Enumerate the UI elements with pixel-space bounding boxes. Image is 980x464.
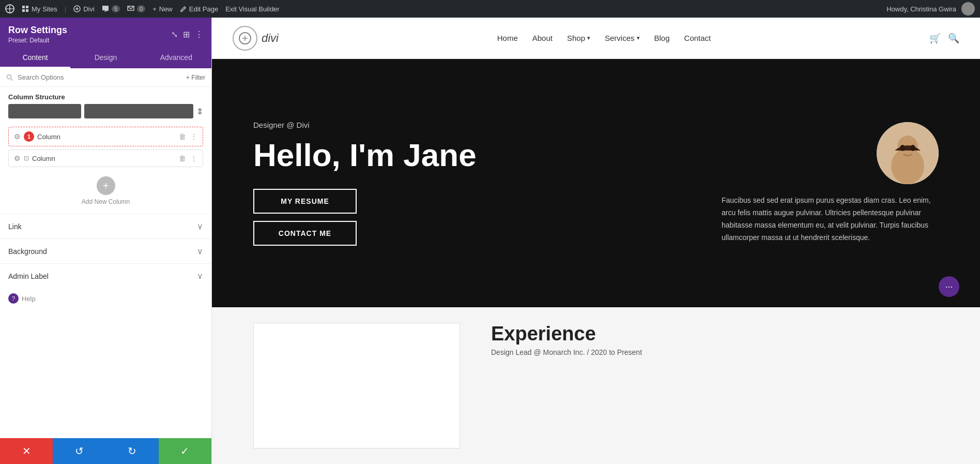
tab-design[interactable]: Design (70, 48, 141, 68)
tab-content[interactable]: Content (0, 48, 70, 68)
add-col-icon: + (97, 176, 115, 195)
shop-dropdown-arrow: ▾ (587, 35, 590, 41)
hero-buttons: MY RESUME CONTACT ME (253, 189, 357, 246)
nav-contact[interactable]: Contact (684, 34, 711, 42)
floating-dots-button[interactable]: ··· (939, 276, 959, 297)
hero-left: Designer @ Divi Hello, I'm Jane MY RESUM… (253, 121, 691, 245)
module-icon-2[interactable]: ⊡ (24, 155, 29, 162)
nav-home[interactable]: Home (497, 34, 518, 42)
column-list: ⚙ 1 Column 🗑 ⋮ ⚙ ⊡ Column 🗑 ⋮ (0, 125, 211, 172)
column-structure-label: Column Structure (0, 87, 211, 104)
svg-point-12 (910, 145, 915, 151)
experience-title: Experience (491, 323, 939, 345)
admin-label-header[interactable]: Admin Label ∨ (0, 264, 211, 288)
background-section: Background ∨ (0, 238, 211, 263)
background-header[interactable]: Background ∨ (0, 239, 211, 263)
svg-point-11 (900, 145, 905, 151)
more-col-2[interactable]: ⋮ (190, 154, 197, 162)
svg-rect-4 (26, 9, 28, 12)
column-picker[interactable]: ⇕ (8, 104, 203, 118)
site-header: divi Home About Shop▾ Services▾ Blog Con… (212, 18, 980, 59)
delete-col-2[interactable]: 🗑 (179, 154, 186, 162)
help-button[interactable]: ? Help (0, 288, 211, 309)
col-block-2 (84, 104, 193, 118)
exit-builder-link[interactable]: Exit Visual Builder (225, 5, 280, 13)
svg-rect-1 (22, 6, 25, 8)
delete-col-1[interactable]: 🗑 (179, 132, 186, 141)
filter-button[interactable]: + Filter (186, 74, 205, 81)
admin-bar: My Sites | Divi 5 0 + New Edit Page Exit… (0, 0, 980, 18)
search-bar: + Filter (0, 68, 211, 87)
search-input[interactable] (18, 73, 182, 81)
sidebar-footer: ✕ ↺ ↻ ✓ (0, 438, 211, 464)
cancel-button[interactable]: ✕ (0, 438, 53, 464)
save-button[interactable]: ✓ (159, 438, 211, 464)
exp-left-panel (253, 323, 460, 448)
svg-rect-3 (22, 9, 25, 12)
link-arrow: ∨ (197, 221, 203, 231)
cart-icon[interactable]: 🛒 (929, 33, 941, 44)
link-section: Link ∨ (0, 214, 211, 238)
admin-label-section: Admin Label ∨ (0, 263, 211, 288)
background-arrow: ∨ (197, 246, 203, 256)
my-sites-link[interactable]: My Sites (22, 5, 57, 13)
more-icon[interactable]: ⋮ (195, 29, 203, 39)
user-avatar (961, 2, 975, 16)
edit-page-link[interactable]: Edit Page (180, 5, 218, 13)
nav-about[interactable]: About (532, 34, 553, 42)
nav-icons: 🛒 🔍 (929, 33, 959, 44)
svg-rect-2 (26, 6, 28, 8)
site-nav: Home About Shop▾ Services▾ Blog Contact (497, 34, 711, 42)
nav-blog[interactable]: Blog (654, 34, 670, 42)
wordpress-icon[interactable] (5, 4, 14, 13)
undo-button[interactable]: ↺ (53, 438, 105, 464)
search-icon (6, 74, 13, 81)
panel-preset: Preset: Default (8, 37, 67, 44)
divi-link[interactable]: Divi (73, 5, 95, 13)
tab-advanced[interactable]: Advanced (141, 48, 211, 68)
services-dropdown-arrow: ▾ (637, 35, 640, 41)
logo-icon (233, 26, 257, 51)
redo-button[interactable]: ↻ (106, 438, 159, 464)
user-greeting: Howdy, Christina Gwira (886, 5, 956, 13)
nav-shop[interactable]: Shop▾ (567, 34, 590, 42)
col-1-actions: 🗑 ⋮ (179, 132, 197, 141)
experience-section: Experience Design Lead @ Monarch Inc. / … (212, 307, 980, 464)
logo-text: divi (262, 32, 279, 45)
sidebar-tabs: Content Design Advanced (0, 48, 211, 68)
settings-icon-1[interactable]: ⚙ (14, 132, 21, 141)
column-badge-1: 1 (24, 131, 34, 142)
add-new-column[interactable]: + Add New Column (0, 172, 211, 214)
column-item-2: ⚙ ⊡ Column 🗑 ⋮ (8, 149, 203, 167)
layout-icon[interactable]: ⊞ (183, 29, 190, 39)
col-block-1 (8, 104, 81, 118)
expand-icon[interactable]: ⤡ (171, 29, 178, 39)
resume-button[interactable]: MY RESUME (253, 189, 357, 214)
svg-point-10 (891, 148, 924, 184)
column-structure: ⇕ (0, 104, 211, 125)
link-header[interactable]: Link ∨ (0, 214, 211, 238)
hero-subtitle: Designer @ Divi (253, 121, 691, 129)
add-col-label: Add New Column (82, 198, 130, 205)
messages-link[interactable]: 0 (127, 5, 145, 12)
hero-description: Faucibus sed sed erat ipsum purus egesta… (722, 194, 939, 244)
site-logo: divi (233, 26, 279, 51)
header-actions: ⤡ ⊞ ⋮ (171, 29, 203, 39)
panel-title: Row Settings (8, 25, 67, 36)
admin-label-arrow: ∨ (197, 271, 203, 281)
search-nav-icon[interactable]: 🔍 (948, 33, 959, 44)
settings-icon-2[interactable]: ⚙ (14, 154, 21, 162)
row-settings-panel: Row Settings Preset: Default ⤡ ⊞ ⋮ Conte… (0, 18, 212, 464)
more-col-1[interactable]: ⋮ (190, 132, 197, 141)
column-item-1: ⚙ 1 Column 🗑 ⋮ (8, 127, 203, 146)
contact-button[interactable]: CONTACT ME (253, 221, 357, 246)
new-button[interactable]: + New (152, 5, 173, 13)
experience-subtitle: Design Lead @ Monarch Inc. / 2020 to Pre… (491, 348, 939, 356)
hero-title: Hello, I'm Jane (253, 138, 691, 173)
nav-services[interactable]: Services▾ (605, 34, 640, 42)
comments-link[interactable]: 5 (102, 5, 120, 12)
column-label-2: Column (32, 155, 179, 162)
exp-right-panel: Experience Design Lead @ Monarch Inc. / … (491, 323, 939, 448)
column-label-1: Column (37, 133, 179, 141)
hero-section: Designer @ Divi Hello, I'm Jane MY RESUM… (212, 59, 980, 307)
